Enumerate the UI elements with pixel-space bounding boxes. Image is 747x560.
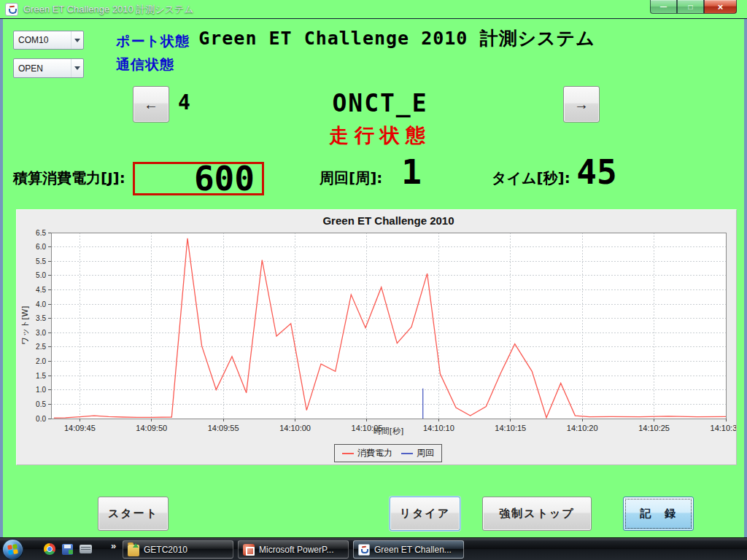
- force-stop-button[interactable]: 強制ストップ: [482, 497, 592, 531]
- minimize-button[interactable]: —: [650, 0, 677, 14]
- chart-x-axis-label: 時間[秒]: [51, 426, 726, 437]
- left-arrow-icon: ←: [144, 96, 158, 113]
- close-button[interactable]: ×: [704, 0, 737, 14]
- svg-text:2.5: 2.5: [36, 343, 46, 351]
- server-icon[interactable]: [80, 545, 92, 553]
- svg-text:4.0: 4.0: [36, 300, 46, 308]
- taskbar-window-buttons: GETC2010 Microsoft PowerP... Green ET Ch…: [123, 540, 464, 559]
- port-open-select[interactable]: OPEN: [13, 58, 84, 78]
- chevron-down-icon: [74, 66, 80, 70]
- legend-swatch: [342, 453, 354, 454]
- java-app-icon: [5, 3, 18, 16]
- energy-value-box: 600: [133, 162, 264, 195]
- maximize-button[interactable]: □: [677, 0, 704, 14]
- app-title: Green ET Challenge 2010 計測システム: [44, 26, 747, 50]
- prev-team-button[interactable]: ←: [133, 86, 169, 122]
- record-button[interactable]: 記 録: [623, 497, 694, 531]
- taskbar: » GETC2010 Microsoft PowerP... Green ET …: [0, 537, 747, 560]
- svg-text:2.0: 2.0: [36, 357, 46, 365]
- svg-text:3.0: 3.0: [36, 329, 46, 337]
- run-status: 走行状態: [234, 122, 526, 149]
- chrome-icon[interactable]: [44, 543, 55, 555]
- app-canvas: COM10 OPEN ポート状態 通信状態 Green ET Challenge…: [0, 19, 747, 537]
- svg-text:6.0: 6.0: [36, 243, 46, 251]
- svg-text:0.5: 0.5: [36, 400, 46, 408]
- legend-item: 消費電力: [342, 447, 392, 459]
- time-value: 45: [570, 155, 623, 189]
- energy-label: 積算消費電力[J]:: [13, 168, 125, 188]
- powerpoint-icon: [243, 544, 255, 556]
- port-open-value: OPEN: [18, 63, 43, 74]
- legend-swatch: [401, 453, 413, 454]
- folder-icon: [128, 545, 139, 556]
- svg-text:3.5: 3.5: [36, 314, 46, 322]
- window-title: Green ET Challenge 2010 計測システム: [23, 3, 194, 16]
- legend-label: 消費電力: [357, 447, 392, 459]
- taskbar-window-button[interactable]: Green ET Challen...: [353, 540, 464, 559]
- team-index: 4: [178, 90, 190, 114]
- lap-label: 周回[周]:: [320, 168, 382, 188]
- retire-button[interactable]: リタイア: [390, 497, 460, 531]
- taskbar-window-button[interactable]: Microsoft PowerP...: [238, 540, 349, 559]
- energy-value: 600: [194, 162, 255, 195]
- quick-launch-bar: [44, 543, 92, 555]
- svg-text:1.0: 1.0: [36, 386, 46, 394]
- svg-text:0.0: 0.0: [36, 415, 46, 423]
- svg-text:1.5: 1.5: [36, 372, 46, 380]
- window-controls: — □ ×: [650, 0, 737, 14]
- right-arrow-icon: →: [574, 96, 589, 113]
- window-titlebar: Green ET Challenge 2010 計測システム — □ ×: [0, 0, 747, 19]
- chart-legend: 消費電力周回: [334, 444, 442, 462]
- java-icon: [358, 544, 370, 556]
- start-button[interactable]: スタート: [98, 497, 169, 531]
- svg-text:6.5: 6.5: [36, 229, 46, 237]
- windows-flag-icon: [7, 544, 18, 555]
- port-open-dropdown-button[interactable]: [71, 59, 83, 77]
- overflow-chevron-icon[interactable]: »: [111, 540, 116, 551]
- taskbar-window-button[interactable]: GETC2010: [123, 540, 233, 559]
- svg-text:5.5: 5.5: [36, 257, 46, 265]
- removable-drive-icon[interactable]: [62, 544, 73, 555]
- legend-item: 周回: [401, 447, 434, 459]
- svg-text:4.5: 4.5: [36, 286, 46, 294]
- lap-value: 1: [393, 155, 430, 189]
- start-button-orb[interactable]: [2, 539, 23, 560]
- screen: Green ET Challenge 2010 計測システム — □ × COM…: [0, 0, 747, 560]
- time-label: タイム[秒]:: [492, 168, 570, 188]
- next-team-button[interactable]: →: [563, 86, 600, 122]
- svg-text:5.0: 5.0: [36, 271, 46, 279]
- team-name: ONCT_E: [234, 89, 526, 117]
- chart-panel: Green ET Challenge 2010 ワット[W] 0.00.51.0…: [16, 209, 737, 465]
- legend-label: 周回: [417, 447, 434, 459]
- comm-status-label: 通信状態: [116, 55, 174, 74]
